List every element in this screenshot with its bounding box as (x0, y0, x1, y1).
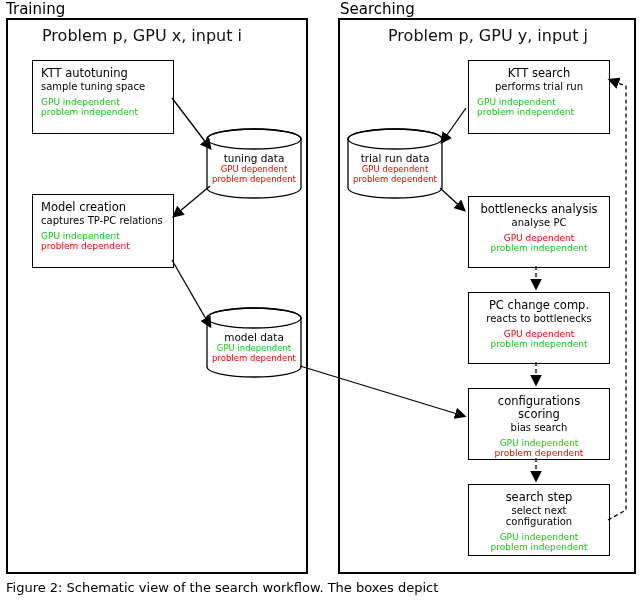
bottlenecks-prob: problem independent (477, 244, 601, 253)
ktt-autotuning-title: KTT autotuning (41, 67, 165, 80)
searching-label: Searching (340, 0, 415, 18)
training-title: Problem p, GPU x, input i (42, 26, 242, 45)
pc-change-box: PC change comp. reacts to bottlenecks GP… (468, 292, 610, 364)
search-step-sub: select next configuration (477, 505, 601, 527)
model-data-title: model data (205, 331, 303, 343)
model-data-prob: problem dependent (205, 353, 303, 363)
figure-caption: Figure 2: Schematic view of the search w… (6, 580, 438, 595)
ktt-search-sub: performs trial run (477, 81, 601, 92)
trial-run-gpu: GPU dependent (346, 164, 444, 174)
ktt-autotuning-prob: problem independent (41, 108, 165, 117)
tuning-data-prob: problem dependent (205, 174, 303, 184)
training-label: Training (6, 0, 65, 18)
model-creation-box: Model creation captures TP-PC relations … (32, 194, 174, 268)
model-creation-prob: problem dependent (41, 242, 165, 251)
model-creation-title: Model creation (41, 201, 165, 214)
config-scoring-sub: bias search (477, 422, 601, 433)
tuning-data-cylinder: tuning data GPU dependent problem depend… (205, 128, 303, 200)
training-phase: Problem p, GPU x, input i KTT autotuning… (6, 18, 308, 574)
ktt-autotuning-box: KTT autotuning sample tuning space GPU i… (32, 60, 174, 134)
ktt-autotuning-sub: sample tuning space (41, 81, 165, 92)
ktt-search-title: KTT search (477, 67, 601, 80)
searching-phase: Problem p, GPU y, input j KTT search per… (338, 18, 636, 574)
model-data-cylinder: model data GPU independent problem depen… (205, 307, 303, 379)
pc-change-sub: reacts to bottlenecks (477, 313, 601, 324)
pc-change-prob: problem independent (477, 340, 601, 349)
ktt-search-prob: problem independent (477, 108, 601, 117)
bottlenecks-box: bottlenecks analysis analyse PC GPU depe… (468, 196, 610, 268)
tuning-data-gpu: GPU dependent (205, 164, 303, 174)
pc-change-title: PC change comp. (477, 299, 601, 312)
tuning-data-title: tuning data (205, 152, 303, 164)
ktt-search-box: KTT search performs trial run GPU indepe… (468, 60, 610, 134)
config-scoring-box: configurations scoring bias search GPU i… (468, 388, 610, 460)
searching-title: Problem p, GPU y, input j (388, 26, 588, 45)
search-step-title: search step (477, 491, 601, 504)
trial-run-data-cylinder: trial run data GPU dependent problem dep… (346, 128, 444, 200)
config-scoring-title: configurations scoring (477, 395, 601, 421)
trial-run-title: trial run data (346, 152, 444, 164)
model-creation-sub: captures TP-PC relations (41, 215, 165, 226)
trial-run-prob: problem dependent (346, 174, 444, 184)
config-scoring-prob: problem dependent (477, 449, 601, 458)
bottlenecks-title: bottlenecks analysis (477, 203, 601, 216)
model-data-gpu: GPU independent (205, 343, 303, 353)
bottlenecks-sub: analyse PC (477, 217, 601, 228)
search-step-prob: problem independent (477, 543, 601, 552)
search-step-box: search step select next configuration GP… (468, 484, 610, 556)
